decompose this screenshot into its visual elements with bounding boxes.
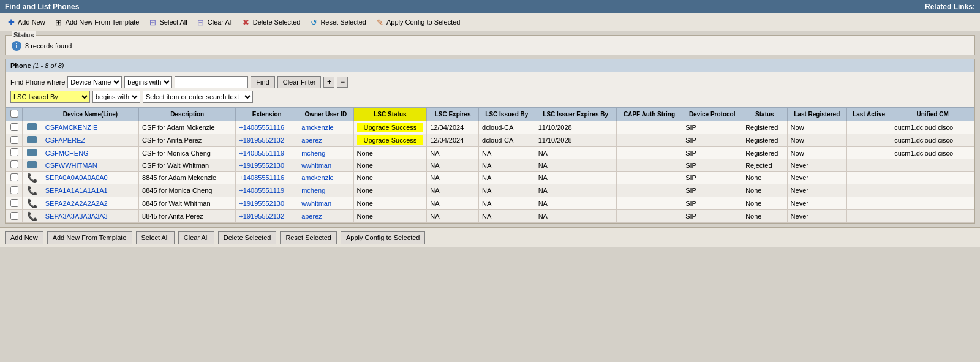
device-name-link[interactable]: SEPA0A0A0A0A0A0 (45, 174, 108, 181)
unified-cm-cell: cucm1.dcloud.cisco (891, 121, 974, 134)
row-checkbox[interactable] (10, 136, 18, 144)
row-checkbox[interactable] (10, 160, 18, 168)
lsc-expires-cell: NA (427, 172, 479, 184)
table-row: CSFAPEREZCSF for Anita Perez+19195552132… (6, 134, 974, 147)
extension-cell: +19195552132 (236, 134, 298, 147)
bottom-apply-config-button[interactable]: Apply Config to Selected (341, 231, 425, 244)
device-name-link[interactable]: SEPA3A3A3A3A3A3 (45, 213, 108, 220)
capf-auth-cell (616, 147, 682, 159)
table-row: CSFAMCKENZIECSF for Adam Mckenzie+140855… (6, 121, 974, 134)
clear-filter-button[interactable]: Clear Filter (277, 76, 322, 88)
add-new-button[interactable]: ✚ Add New (4, 16, 48, 28)
device-name-link[interactable]: SEPA1A1A1A1A1A1 (45, 187, 108, 194)
owner-link[interactable]: mcheng (301, 187, 325, 194)
extension-cell: +14085551119 (236, 147, 298, 159)
capf-auth-cell (616, 197, 682, 210)
owner-link[interactable]: aperez (301, 213, 322, 220)
device-protocol-cell: SIP (682, 121, 742, 134)
device-icon-cell (23, 121, 42, 134)
row-checkbox[interactable] (10, 186, 18, 194)
header-lsc-issued[interactable]: LSC Issued By (479, 108, 535, 121)
device-name-link[interactable]: SEPA2A2A2A2A2A2 (45, 200, 108, 207)
owner-link[interactable]: wwhitman (301, 200, 331, 207)
header-unified-cm[interactable]: Unified CM (891, 108, 974, 121)
apply-config-button[interactable]: ✎ Apply Config to Selected (372, 16, 462, 28)
extension-link[interactable]: +14085551116 (239, 124, 284, 131)
phone-icon: 📞 (27, 186, 37, 195)
lsc-issued-by-cell: NA (479, 172, 535, 184)
extension-link[interactable]: +19195552130 (239, 200, 284, 207)
bottom-clear-all-button[interactable]: Clear All (178, 231, 214, 244)
owner-link[interactable]: amckenzie (301, 174, 334, 181)
owner-link[interactable]: mcheng (301, 149, 325, 157)
item-search-select[interactable]: Select item or enter search text (143, 91, 253, 103)
header-owner[interactable]: Owner User ID (298, 108, 353, 121)
owner-link[interactable]: amckenzie (301, 124, 334, 131)
select-all-button[interactable]: ⊞ Select All (146, 16, 190, 28)
owner-link[interactable]: wwhitman (301, 162, 331, 169)
header-extension[interactable]: Extension (236, 108, 298, 121)
last-registered-cell: Now (787, 121, 846, 134)
device-name-link[interactable]: CSFAPEREZ (45, 137, 85, 144)
search-field-select[interactable]: Device Name (67, 76, 122, 88)
extension-link[interactable]: +19195552130 (239, 162, 284, 169)
last-active-cell (846, 121, 891, 134)
extension-link[interactable]: +19195552132 (239, 213, 284, 220)
row-checkbox[interactable] (10, 212, 18, 220)
device-name-link[interactable]: CSFWWHITMAN (45, 162, 97, 169)
select-all-checkbox[interactable] (10, 110, 18, 118)
extension-link[interactable]: +14085551119 (239, 149, 284, 157)
lsc-status-cell: None (353, 147, 427, 159)
bottom-add-new-button[interactable]: Add New (5, 231, 43, 244)
lsc-expires-cell: NA (427, 197, 479, 210)
header-description[interactable]: Description (139, 108, 236, 121)
search-operator-select[interactable]: begins with (124, 76, 172, 88)
header-last-registered[interactable]: Last Registered (787, 108, 846, 121)
reset-selected-button[interactable]: ↺ Reset Selected (306, 16, 369, 28)
phone-icon: 📞 (27, 211, 37, 221)
device-name-cell: SEPA0A0A0A0A0A0 (42, 172, 138, 184)
status-section: Status i 8 records found (5, 35, 975, 55)
bottom-add-new-from-template-button[interactable]: Add New From Template (47, 231, 132, 244)
extension-link[interactable]: +19195552132 (239, 137, 284, 144)
row-checkbox[interactable] (10, 199, 18, 207)
extension-link[interactable]: +14085551119 (239, 187, 284, 194)
delete-selected-button[interactable]: ✖ Delete Selected (239, 16, 303, 28)
header-last-active[interactable]: Last Active (846, 108, 891, 121)
add-filter-button[interactable]: + (323, 77, 334, 88)
extension-link[interactable]: +14085551116 (239, 174, 284, 181)
reset-selected-label: Reset Selected (320, 18, 366, 26)
owner-cell: mcheng (298, 184, 353, 197)
last-active-cell (846, 159, 891, 172)
device-name-link[interactable]: CSFMCHENG (45, 149, 89, 157)
last-active-cell (846, 172, 891, 184)
bottom-select-all-button[interactable]: Select All (136, 231, 175, 244)
bottom-delete-selected-button[interactable]: Delete Selected (218, 231, 277, 244)
status-title: Status (12, 31, 36, 39)
owner-link[interactable]: aperez (301, 137, 322, 144)
header-status[interactable]: Status (742, 108, 787, 121)
lsc-issued-select[interactable]: LSC Issued By (10, 91, 90, 103)
find-button[interactable]: Find (251, 76, 274, 88)
remove-filter-button[interactable]: − (337, 77, 348, 88)
last-registered-cell: Never (787, 184, 846, 197)
header-device-name[interactable]: Device Name(Line) (42, 108, 138, 121)
bottom-reset-selected-button[interactable]: Reset Selected (280, 231, 337, 244)
lsc-issuer-expires-cell: NA (535, 147, 616, 159)
header-capf[interactable]: CAPF Auth String (616, 108, 682, 121)
lsc-operator-select[interactable]: begins with (92, 91, 140, 103)
device-protocol-cell: SIP (682, 210, 742, 223)
header-device-protocol[interactable]: Device Protocol (682, 108, 742, 121)
row-checkbox[interactable] (10, 123, 18, 131)
device-name-link[interactable]: CSFAMCKENZIE (45, 124, 98, 131)
row-checkbox[interactable] (10, 173, 18, 181)
header-lsc-status[interactable]: LSC Status (353, 108, 427, 121)
add-new-from-template-button[interactable]: ⊞ Add New From Template (51, 16, 142, 28)
clear-all-button[interactable]: ⊟ Clear All (194, 16, 235, 28)
lsc-expires-cell: NA (427, 210, 479, 223)
row-checkbox[interactable] (10, 148, 18, 156)
status-message: 8 records found (25, 42, 72, 50)
header-lsc-issuer-expires[interactable]: LSC Issuer Expires By (535, 108, 616, 121)
header-lsc-expires[interactable]: LSC Expires (427, 108, 479, 121)
search-value-input[interactable] (175, 76, 248, 88)
